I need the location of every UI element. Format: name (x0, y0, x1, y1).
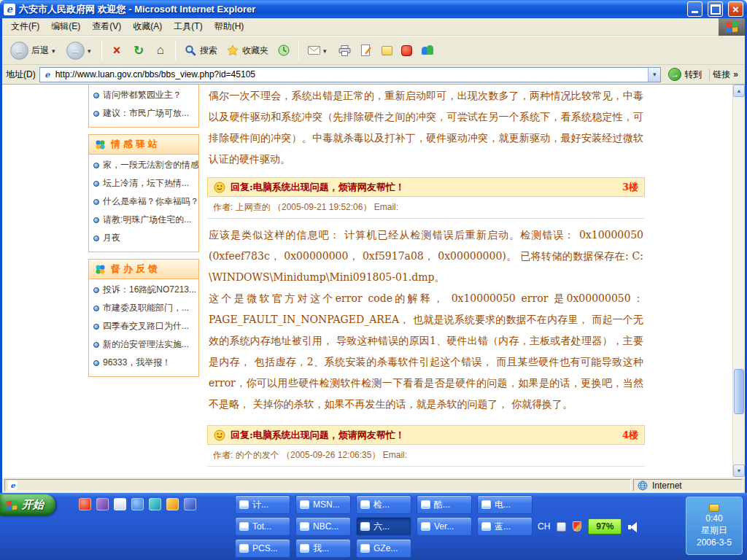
volume-icon[interactable] (628, 522, 639, 532)
scrollbar-thumb[interactable] (734, 369, 744, 414)
toolbar: 后退 搜索 收藏夹 (2, 36, 745, 65)
bullet-icon (93, 199, 99, 205)
battery-level-badge[interactable]: 97% (588, 518, 622, 534)
taskbar-button-label: 计... (252, 499, 268, 511)
sidebar-link[interactable]: 请问带都繁园业主？ (89, 86, 198, 104)
taskbar-button[interactable]: 计... (235, 495, 290, 514)
sidebar-link[interactable]: 建议：市民广场可放... (89, 104, 198, 122)
quick-launch-icon-4[interactable] (131, 498, 144, 510)
edit-button[interactable] (356, 42, 376, 59)
address-bar: 地址(D) e http://www.luan.gov.cn/bbs/bbs_v… (2, 65, 745, 85)
taskbar-button-label: Tot... (252, 521, 271, 532)
quick-launch-icon-3[interactable] (114, 498, 126, 510)
taskbar-button[interactable]: Ver... (417, 517, 472, 536)
mail-button[interactable] (303, 42, 333, 59)
clock-weekday: 星期日 (701, 524, 727, 537)
sidebar-link[interactable]: 96333，我举报！ (89, 354, 198, 372)
section-clover-icon (95, 264, 106, 275)
minimize-button[interactable] (687, 1, 703, 17)
go-button[interactable]: 转到 (665, 66, 705, 82)
taskbar: 开始 计... MSN... 检... 酷... 电... Tot... NBC… (0, 493, 747, 560)
sidebar-link[interactable]: 新的治安管理法实施... (89, 335, 198, 354)
mail-dropdown-icon[interactable] (323, 45, 329, 55)
taskbar-button[interactable]: GZe... (356, 539, 411, 558)
go-arrow-icon (668, 68, 681, 81)
quick-launch-icon-6[interactable] (166, 498, 179, 510)
menu-edit[interactable]: 编辑(E) (45, 18, 86, 36)
sidebar-link-label: 什么是幸福？你幸福吗？ (103, 195, 198, 208)
sidebar-link-label: 四季春交叉路口为什... (103, 320, 189, 332)
internet-globe-icon (638, 481, 648, 491)
back-button[interactable]: 后退 (7, 39, 61, 62)
chevron-more-icon[interactable] (733, 69, 738, 79)
address-dropdown-button[interactable] (648, 68, 660, 82)
refresh-button[interactable] (128, 42, 149, 59)
sidebar-link[interactable]: 市建委及职能部门，... (89, 299, 198, 317)
taskbar-button[interactable]: 电... (477, 495, 533, 514)
forward-dropdown-icon[interactable] (88, 45, 93, 55)
history-button[interactable] (274, 42, 294, 59)
ime-indicator[interactable]: CH (538, 521, 550, 532)
taskbar-button[interactable]: 我... (295, 539, 351, 558)
tray-app-icon[interactable] (557, 522, 566, 532)
sidebar-link[interactable]: 请教:明珠广场住宅的... (89, 211, 198, 229)
menu-favorites[interactable]: 收藏(A) (127, 18, 168, 36)
quick-launch-icon-2[interactable] (96, 498, 109, 510)
address-input[interactable]: e http://www.luan.gov.cn/bbs/bbs_view.ph… (39, 67, 662, 82)
taskbar-clock[interactable]: 0:40 星期日 2006-3-5 (686, 497, 743, 555)
start-button[interactable]: 开始 (0, 494, 55, 516)
back-dropdown-icon[interactable] (52, 45, 58, 55)
search-button[interactable]: 搜索 (180, 42, 221, 59)
taskbar-button[interactable]: PCS... (235, 539, 290, 558)
search-icon (184, 44, 197, 57)
favorites-button[interactable]: 收藏夹 (222, 42, 272, 59)
back-label: 后退 (31, 44, 49, 57)
taskbar-button[interactable]: NBC... (295, 517, 351, 536)
scrollbar-track[interactable] (733, 97, 745, 464)
links-bar[interactable]: 链接 (709, 69, 741, 81)
bullet-icon (93, 360, 99, 366)
taskbar-button[interactable]: 蓝... (477, 517, 533, 536)
scroll-down-button[interactable] (733, 464, 745, 477)
taskbar-button[interactable]: 检... (356, 495, 411, 514)
home-button[interactable] (150, 42, 171, 59)
smiley-icon (214, 429, 225, 441)
forward-button[interactable] (63, 39, 97, 62)
stop-button[interactable] (107, 42, 127, 59)
maximize-button[interactable] (708, 1, 723, 17)
sidebar-link[interactable]: 投诉：16路皖NO7213... (89, 281, 198, 299)
print-button[interactable] (334, 42, 355, 59)
discuss-button[interactable] (378, 44, 396, 58)
sidebar-link[interactable]: 家，一段无法割舍的情感 (89, 156, 198, 174)
menu-view[interactable]: 查看(V) (86, 18, 127, 36)
menu-help[interactable]: 帮助(H) (209, 18, 250, 36)
taskbar-button[interactable]: 酷... (417, 495, 472, 514)
close-button[interactable] (728, 1, 743, 17)
taskbar-button[interactable]: Tot... (235, 517, 290, 536)
windows-brand-logo (719, 18, 745, 36)
sidebar-link[interactable]: 四季春交叉路口为什... (89, 317, 198, 335)
bullet-icon (93, 181, 99, 187)
quick-launch-icon-5[interactable] (149, 498, 161, 510)
quick-launch-icon-1[interactable] (79, 498, 91, 510)
contacts-button[interactable] (417, 43, 438, 58)
menu-file[interactable]: 文件(F) (5, 18, 45, 36)
menu-tools[interactable]: 工具(T) (168, 18, 208, 36)
tray-notification-icon (709, 504, 719, 512)
sidebar-link[interactable]: 坛上冷清，坛下热情... (89, 174, 198, 192)
taskbar-button-label: 检... (374, 499, 390, 511)
quick-launch-icon-7[interactable] (184, 498, 196, 510)
status-zone-label: Internet (652, 481, 682, 491)
status-zone-panel: Internet (633, 479, 743, 491)
vertical-scrollbar[interactable] (732, 85, 745, 477)
scroll-up-button[interactable] (733, 85, 745, 97)
ie-page-icon: e (4, 4, 15, 15)
sidebar-link[interactable]: 月夜 (89, 229, 198, 247)
messenger-button[interactable] (398, 43, 416, 58)
sidebar-link[interactable]: 什么是幸福？你幸福吗？ (89, 192, 198, 211)
menu-bar: 文件(F) 编辑(E) 查看(V) 收藏(A) 工具(T) 帮助(H) (2, 18, 745, 36)
taskbar-button[interactable]: MSN... (295, 495, 351, 514)
taskbar-button-active[interactable]: 六... (356, 517, 411, 536)
tray-shield-icon[interactable] (573, 521, 581, 532)
reply-body: 内存条坏了，换一个试试。 (207, 467, 645, 477)
